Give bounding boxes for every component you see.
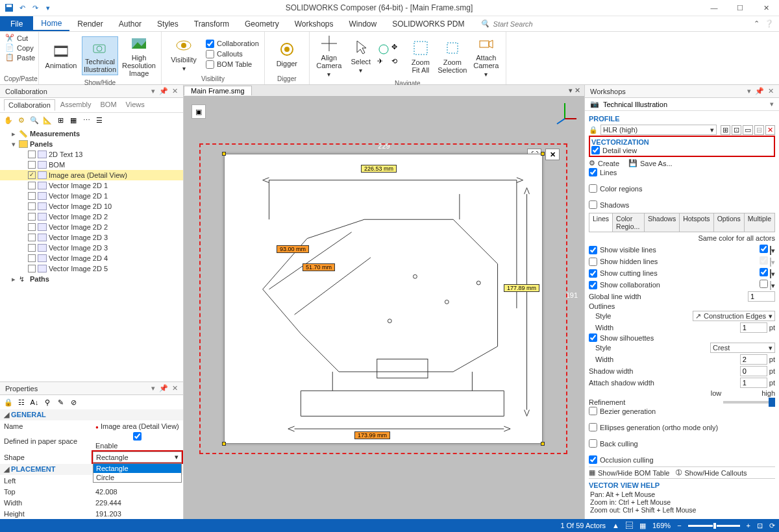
sil-style-select[interactable]: Crest▾ bbox=[710, 343, 775, 353]
prop-height-value[interactable]: 191.203 bbox=[92, 508, 183, 519]
shape-option-rectangle[interactable]: Rectangle bbox=[93, 464, 181, 473]
selection-rect[interactable]: ⛶ ✕ bbox=[199, 143, 567, 454]
prop-width-value[interactable]: 229.444 bbox=[92, 497, 183, 508]
tb-icon-6[interactable]: ▦ bbox=[68, 114, 79, 126]
panel-dropdown-icon[interactable]: ▾ bbox=[747, 87, 751, 95]
ribbon-collapse-icon[interactable]: ⌃ bbox=[754, 19, 760, 28]
ptb-6[interactable]: ⊘ bbox=[68, 396, 79, 408]
occlusion-checkbox[interactable]: Occlusion culling bbox=[589, 455, 775, 464]
ptb-2[interactable]: ☷ bbox=[16, 396, 27, 408]
nav-icon-2[interactable]: ✥ bbox=[391, 43, 404, 56]
sil-width-input[interactable] bbox=[740, 354, 767, 365]
tree-item[interactable]: 2D Text 13 bbox=[0, 149, 183, 160]
wtab-hotspots[interactable]: Hotspots bbox=[680, 213, 713, 232]
tree-panels[interactable]: Panels bbox=[30, 140, 53, 148]
shape-option-circle[interactable]: Circle bbox=[93, 473, 181, 482]
detail-view-checkbox[interactable]: Detail view bbox=[591, 146, 773, 154]
wtab-multiple[interactable]: Multiple bbox=[745, 213, 774, 232]
tree-item[interactable]: Image area (Detail View) bbox=[0, 170, 183, 180]
tree-item[interactable]: Vector Image 2D 3 bbox=[0, 232, 183, 243]
wtab-color[interactable]: Color Regio... bbox=[613, 213, 645, 232]
attach-shadow-width-input[interactable] bbox=[740, 378, 767, 388]
checkbox-icon[interactable] bbox=[28, 244, 36, 252]
sc-same[interactable] bbox=[760, 280, 768, 288]
ptb-1[interactable]: 🔒 bbox=[3, 396, 14, 408]
refinement-slider[interactable] bbox=[723, 401, 775, 404]
checkbox-icon[interactable] bbox=[28, 223, 36, 231]
cut-button[interactable]: ✂️Cut bbox=[4, 33, 29, 43]
tab-window[interactable]: Window bbox=[341, 16, 385, 31]
handle[interactable] bbox=[222, 442, 226, 446]
viewport-corner-icon[interactable]: ▣ bbox=[192, 104, 206, 119]
checkbox-icon[interactable] bbox=[28, 151, 36, 158]
status-icon-grid[interactable]: ▦ bbox=[639, 522, 646, 530]
highres-image-button[interactable]: High Resolution Image bbox=[121, 33, 157, 79]
wtab-shadows[interactable]: Shadows bbox=[645, 213, 680, 232]
panel-close-icon[interactable]: ✕ bbox=[172, 384, 178, 393]
collab-tab-views[interactable]: Views bbox=[122, 99, 149, 111]
viewport[interactable]: ▣ 229 191 ⛶ ✕ bbox=[184, 97, 584, 519]
checkbox-icon[interactable] bbox=[28, 254, 36, 262]
nav-icon-3[interactable]: ✈ bbox=[377, 57, 390, 70]
zoom-slider[interactable] bbox=[688, 525, 740, 527]
tb-icon-3[interactable]: 🔍 bbox=[29, 114, 40, 126]
close-button[interactable]: ✕ bbox=[753, 0, 779, 16]
panel-dropdown-icon[interactable]: ▾ bbox=[151, 87, 155, 95]
tb-icon-2[interactable]: ⚙ bbox=[16, 114, 27, 126]
ptb-5[interactable]: ✎ bbox=[55, 396, 66, 408]
zoom-selection-button[interactable]: Zoom Selection bbox=[437, 38, 468, 75]
search-input[interactable] bbox=[493, 20, 584, 28]
shadow-width-input[interactable] bbox=[740, 366, 767, 376]
qat-dropdown-icon[interactable]: ▾ bbox=[43, 3, 53, 13]
panel-close-icon[interactable]: ✕ bbox=[768, 87, 774, 95]
show-silhouettes[interactable]: Show silhouettes bbox=[589, 333, 775, 342]
tab-geometry[interactable]: Geometry bbox=[237, 16, 287, 31]
tree-item[interactable]: Vector Image 2D 10 bbox=[0, 201, 183, 212]
tree-item[interactable]: Vector Image 2D 3 bbox=[0, 243, 183, 253]
technical-illustration-button[interactable]: Technical Illustration bbox=[82, 36, 118, 75]
tree-item[interactable]: BOM bbox=[0, 160, 183, 170]
checkbox-icon[interactable] bbox=[28, 202, 36, 210]
tab-render[interactable]: Render bbox=[69, 16, 110, 31]
profile-btn-2[interactable]: ⊡ bbox=[732, 125, 741, 135]
show-hidden-lines[interactable]: Show hidden lines bbox=[589, 258, 658, 266]
svl-same[interactable] bbox=[760, 245, 768, 253]
ellipses-checkbox[interactable]: Ellipses generation (ortho mode only) bbox=[589, 423, 775, 431]
tb-icon-4[interactable]: 📐 bbox=[42, 114, 53, 126]
pin-icon[interactable]: 📌 bbox=[159, 87, 168, 95]
ptb-3[interactable]: A↓ bbox=[29, 396, 40, 408]
copy-button[interactable]: 📄Copy bbox=[4, 43, 35, 53]
handle[interactable] bbox=[222, 152, 226, 156]
wtab-lines[interactable]: Lines bbox=[589, 213, 613, 232]
collab-tab-collaboration[interactable]: Collaboration bbox=[4, 99, 55, 111]
outline-style-select[interactable]: ↗Construction Edges▾ bbox=[693, 311, 775, 321]
zoom-fit-all-button[interactable]: Zoom Fit All bbox=[407, 38, 434, 75]
attach-camera-button[interactable]: Attach Camera▾ bbox=[471, 33, 502, 79]
undo-icon[interactable]: ↶ bbox=[17, 3, 27, 13]
collaboration-toggle[interactable]: Collaboration bbox=[204, 39, 260, 49]
bezier-checkbox[interactable]: Bezier generation bbox=[589, 407, 775, 415]
tab-pdm[interactable]: SOLIDWORKS PDM bbox=[384, 16, 472, 31]
checkbox-icon[interactable] bbox=[28, 161, 36, 169]
panel-close-icon[interactable]: ✕ bbox=[172, 87, 178, 95]
handle[interactable] bbox=[541, 152, 545, 156]
collab-tab-bom[interactable]: BOM bbox=[97, 99, 121, 111]
tree-item[interactable]: Vector Image 2D 1 bbox=[0, 191, 183, 201]
showhide-bom-button[interactable]: ▦Show/Hide BOM Table bbox=[589, 468, 669, 477]
lines-checkbox[interactable]: Lines bbox=[589, 168, 775, 176]
status-fit-icon[interactable]: ⊡ bbox=[757, 522, 763, 530]
backcull-checkbox[interactable]: Back culling bbox=[589, 439, 775, 448]
align-camera-button[interactable]: Align Camera▾ bbox=[314, 33, 345, 79]
minimize-button[interactable]: — bbox=[701, 0, 727, 16]
tree-measurements[interactable]: Measurements bbox=[30, 130, 80, 138]
tab-home[interactable]: Home bbox=[33, 16, 69, 31]
checkbox-icon[interactable] bbox=[28, 234, 36, 241]
nav-icon-1[interactable] bbox=[377, 43, 390, 56]
tree-item[interactable]: Vector Image 2D 2 bbox=[0, 222, 183, 232]
tab-workshops[interactable]: Workshops bbox=[287, 16, 341, 31]
doc-tab-dropdown[interactable]: ▾ ✕ bbox=[569, 86, 584, 95]
visible-color[interactable] bbox=[770, 246, 771, 255]
showhide-callouts-button[interactable]: ➀Show/Hide Callouts bbox=[676, 468, 747, 477]
tb-icon-5[interactable]: ⊞ bbox=[55, 114, 66, 126]
document-tab[interactable]: Main Frame.smg bbox=[184, 86, 252, 95]
